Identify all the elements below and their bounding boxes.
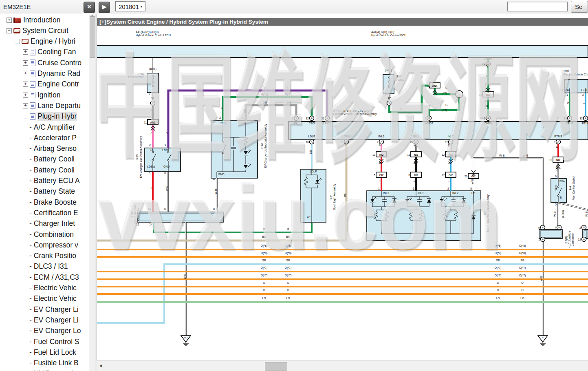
tree-item[interactable]: -DLC3 / I31 (0, 261, 89, 272)
tree-item[interactable]: +Introduction (0, 15, 89, 25)
tree-leaf-dash: - (29, 252, 32, 260)
tree-item[interactable]: -Battery Cooli (0, 165, 89, 175)
play-button[interactable]: ▶ (99, 2, 110, 13)
tree-leaf-dash: - (29, 316, 32, 325)
expand-icon[interactable]: + (23, 71, 28, 76)
tree-item[interactable]: -Electric Vehic (0, 294, 89, 304)
svg-text:33: 33 (579, 117, 583, 120)
expand-icon[interactable]: + (7, 18, 12, 23)
tree-item[interactable]: +Cruise Contro (0, 57, 89, 68)
tree-item[interactable]: −Engine / Hybri (0, 36, 89, 47)
tree-item[interactable]: -Brake Booste (0, 197, 89, 208)
hscroll-thumb[interactable] (265, 362, 287, 371)
tree-leaf-dash: - (29, 134, 32, 142)
tree-item-label: Certification E (34, 209, 78, 217)
tree-item[interactable]: -A/C Amplifier (0, 122, 89, 132)
sidebar-scrollbar[interactable]: ▲ (89, 14, 95, 371)
tree-item[interactable]: -Battery State (0, 186, 89, 197)
tree-leaf-dash: - (29, 348, 32, 357)
tree-item[interactable]: -Fuel Lid Lock (0, 347, 89, 358)
tree-item[interactable]: -Accelerator P (0, 132, 89, 143)
tree-item[interactable]: -Electric Vehic (0, 283, 89, 294)
tree-item-label: DLC3 / I31 (34, 262, 68, 271)
tree-item-label: Cooling Fan (37, 48, 76, 56)
tree-item[interactable]: -HV Battery A (0, 369, 89, 371)
sidebar-scroll-thumb[interactable] (90, 16, 95, 58)
tree-item[interactable]: -Fuel Control S (0, 336, 89, 347)
collapse-icon[interactable]: − (23, 114, 28, 119)
tree-leaf-dash: - (29, 305, 32, 314)
tree-item[interactable]: -Certification E (0, 208, 89, 218)
tree-item[interactable]: -EV Charger Lo (0, 326, 89, 336)
top-toolbar: EM32E1E ✕ ▶ 201801 ▼ Se (0, 0, 588, 14)
book-icon (13, 18, 21, 23)
tree-item[interactable]: -Fusible Link B (0, 358, 89, 369)
window-title: EM32E1E (3, 3, 31, 10)
svg-text:A: A (583, 226, 585, 229)
tree-item[interactable]: +Cooling Fan (0, 47, 89, 57)
tree-item[interactable]: -EV Charger Li (0, 315, 89, 325)
version-value: 201801 (119, 3, 139, 10)
tree-item-label: Compressor v (34, 241, 78, 250)
tree-item[interactable]: +Dynamic Rad (0, 68, 89, 79)
tree-leaf-dash: - (29, 155, 32, 163)
version-dropdown[interactable]: 201801 ▼ (115, 1, 145, 11)
tree-leaf-dash: - (29, 230, 32, 239)
svg-text:7: 7 (555, 226, 556, 229)
tree-item[interactable]: +Lane Departu (0, 100, 89, 111)
tree-item[interactable]: -EV Charger Li (0, 304, 89, 315)
scroll-left-icon[interactable]: ◄ (98, 363, 103, 369)
expand-icon[interactable]: + (23, 60, 28, 66)
document-icon (30, 102, 35, 109)
tree-item[interactable]: -Charger Inlet (0, 219, 89, 229)
expand-icon[interactable]: + (23, 93, 28, 98)
expand-icon[interactable]: + (23, 103, 28, 108)
tree-item-label: Ignition (37, 91, 60, 99)
horizontal-scrollbar[interactable]: ◄ (97, 360, 588, 371)
tree-item[interactable]: +Ignition (0, 90, 89, 100)
search-button[interactable]: Se (571, 1, 588, 13)
tree-leaf-dash: - (29, 284, 32, 292)
svg-text:13: 13 (372, 153, 376, 156)
expand-icon[interactable]: + (23, 82, 28, 87)
tree-item-label: Lane Departu (37, 102, 81, 110)
tree-item[interactable]: -Airbag Senso (0, 144, 89, 154)
collapse-icon[interactable]: − (7, 28, 12, 33)
svg-text:A: A (542, 336, 544, 339)
tree-item[interactable]: -Battery Cooli (0, 154, 89, 165)
tree-item[interactable]: -Battery ECU A (0, 176, 89, 186)
tree-item-label: Battery ECU A (34, 177, 80, 185)
close-icon: ✕ (87, 4, 92, 10)
wiring-diagram: AN211AN41NI214NI213NI211NI212NI210GI25GI… (97, 14, 588, 360)
tree-item[interactable]: -Crank Positio (0, 251, 89, 261)
svg-text:5: 5 (374, 174, 375, 177)
search-input[interactable] (507, 2, 568, 11)
close-button[interactable]: ✕ (84, 2, 95, 13)
svg-text:20: 20 (465, 175, 468, 178)
collapse-icon[interactable]: − (15, 39, 20, 44)
svg-text:10: 10 (549, 159, 553, 161)
tree-item[interactable]: -ECM / A31,C3 (0, 272, 89, 283)
tree-leaf-dash: - (29, 369, 32, 371)
svg-text:27: 27 (445, 141, 448, 144)
tree-item[interactable]: -Combination (0, 229, 89, 240)
svg-text:11: 11 (144, 121, 147, 124)
svg-text:A: A (311, 117, 313, 119)
expand-icon[interactable]: + (23, 49, 28, 55)
svg-text:1: 1 (427, 84, 429, 87)
tree-item[interactable]: −Plug-in Hybr (0, 111, 89, 122)
tree-item[interactable]: -Compressor v (0, 240, 89, 250)
tree-leaf-dash: - (29, 359, 32, 367)
tree-item[interactable]: −System Circuit (0, 25, 89, 36)
svg-text:A: A (487, 117, 489, 119)
document-icon (30, 81, 35, 88)
tree-item-label: Fuel Lid Lock (34, 348, 76, 357)
document-icon (30, 60, 35, 66)
document-icon (30, 71, 35, 77)
svg-text:26: 26 (410, 141, 413, 144)
svg-text:AN2: AN2 (150, 121, 155, 124)
tree-item[interactable]: +Engine Contr (0, 79, 89, 90)
tree-item-label: EV Charger Li (34, 316, 79, 325)
book-icon (22, 39, 29, 44)
tree-item-label: Introduction (23, 16, 60, 24)
